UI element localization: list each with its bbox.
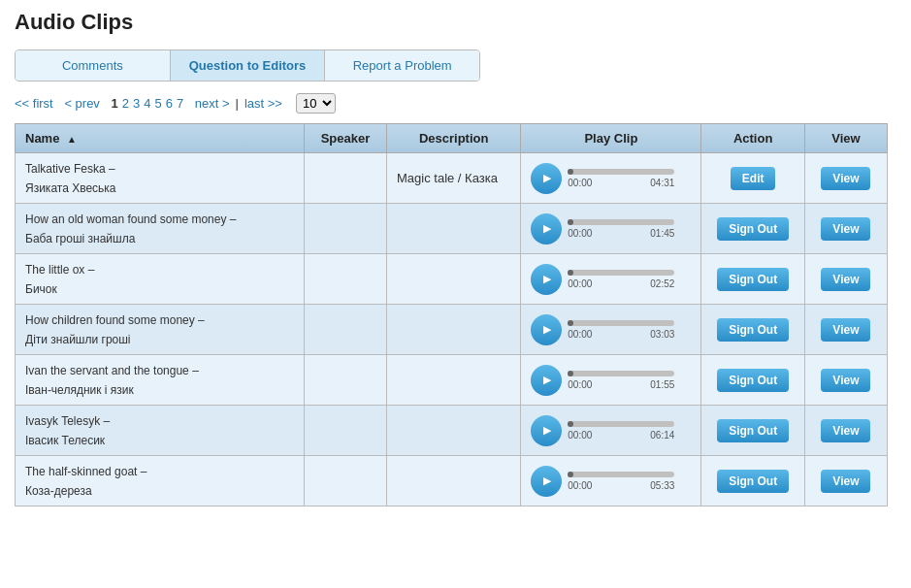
time-end-5: 06:14 [650,430,674,441]
time-start-1: 00:00 [568,228,592,239]
cell-player-4: 00:00 01:55 [521,355,701,406]
next-page-link[interactable]: next > [195,96,230,111]
table-row: Ivan the servant and the tongue – Іван-ч… [16,355,888,406]
progress-bar-4[interactable] [568,371,674,376]
play-button-0[interactable] [531,163,562,194]
cell-player-3: 00:00 03:03 [521,305,701,355]
time-end-0: 04:31 [650,178,674,188]
pagination: << first < prev 1 2 3 4 5 6 7 next > | l… [15,93,896,114]
cell-action-6: Sign Out [701,456,804,506]
progress-bar-0[interactable] [568,169,674,175]
cell-action-4: Sign Out [701,355,804,406]
current-page: 1 [112,96,118,111]
tab-question-to-editors[interactable]: Question to Editors [171,50,326,81]
page-4-link[interactable]: 4 [144,96,150,111]
cell-action-0: Edit [701,153,804,204]
view-button-0[interactable]: View [821,167,870,190]
col-play-clip: Play Clip [521,124,701,153]
cell-action-1: Sign Out [701,204,804,254]
cell-player-5: 00:00 06:14 [521,406,701,456]
time-start-3: 00:00 [568,329,592,340]
time-end-6: 05:33 [650,480,674,491]
page-7-link[interactable]: 7 [177,96,183,111]
view-button-5[interactable]: View [821,419,870,442]
cell-player-0: 00:00 04:31 [521,153,701,204]
view-button-3[interactable]: View [821,318,870,342]
cell-player-2: 00:00 02:52 [521,254,701,305]
view-button-2[interactable]: View [821,268,870,291]
col-name[interactable]: Name ▲ [16,124,305,153]
cell-description-6 [387,456,521,506]
progress-bar-5[interactable] [568,421,674,427]
cell-view-2: View [804,254,887,305]
action-button-0[interactable]: Edit [731,167,776,190]
page-5-link[interactable]: 5 [154,96,161,111]
time-end-3: 03:03 [650,329,674,340]
table-row: The little ox – Бичок 00:00 02:52 Si [16,254,888,305]
cell-speaker-4 [304,355,386,406]
progress-bar-2[interactable] [568,270,674,276]
cell-view-5: View [804,406,887,456]
page-title: Audio Clips [15,10,896,35]
cell-speaker-3 [304,305,386,355]
cell-speaker-6 [304,456,386,506]
play-button-5[interactable] [531,415,562,446]
cell-action-3: Sign Out [701,305,804,355]
cell-name-0: Talkative Feska – Язиката Хвеська [16,153,305,204]
play-button-1[interactable] [531,213,562,245]
time-end-4: 01:55 [650,379,674,390]
first-page-link[interactable]: << first [15,96,53,111]
progress-bar-6[interactable] [568,472,674,477]
tab-comments[interactable]: Comments [16,50,171,81]
table-row: The half-skinned goat – Коза-дереза 00:0… [16,456,888,506]
play-button-6[interactable] [531,466,562,497]
table-row: How an old woman found some money – Баба… [16,204,888,254]
action-button-3[interactable]: Sign Out [717,318,789,342]
progress-bar-1[interactable] [568,219,674,225]
cell-action-5: Sign Out [701,406,804,456]
time-start-6: 00:00 [568,480,592,491]
action-button-5[interactable]: Sign Out [717,419,789,442]
play-button-4[interactable] [531,365,562,396]
table-row: Ivasyk Telesyk – Івасик Телесик 00:00 06… [16,406,888,456]
cell-action-2: Sign Out [701,254,804,305]
per-page-selector: 10 25 50 [296,93,336,114]
cell-speaker-5 [304,406,386,456]
play-button-2[interactable] [531,264,562,295]
view-button-4[interactable]: View [821,369,870,392]
audio-clips-table: Name ▲ Speaker Description Play Clip Act… [15,123,888,506]
page-3-link[interactable]: 3 [133,96,140,111]
cell-speaker-2 [304,254,386,305]
time-start-5: 00:00 [568,430,592,441]
page-2-link[interactable]: 2 [122,96,129,111]
action-button-4[interactable]: Sign Out [717,369,789,392]
progress-bar-3[interactable] [568,320,674,326]
time-end-1: 01:45 [650,228,674,239]
view-button-6[interactable]: View [821,470,870,493]
table-row: How children found some money – Діти зна… [16,305,888,355]
col-view: View [804,124,887,153]
cell-view-1: View [804,204,887,254]
per-page-select[interactable]: 10 25 50 [296,93,336,114]
cell-name-4: Ivan the servant and the tongue – Іван-ч… [16,355,305,406]
view-button-1[interactable]: View [821,217,870,241]
time-end-2: 02:52 [650,278,674,289]
cell-description-4 [387,355,521,406]
play-button-3[interactable] [531,314,562,345]
action-button-6[interactable]: Sign Out [717,470,789,493]
action-button-2[interactable]: Sign Out [717,268,789,291]
prev-page-link[interactable]: < prev [64,96,100,111]
page-6-link[interactable]: 6 [166,96,173,111]
time-start-4: 00:00 [568,379,592,390]
tab-bar: Comments Question to Editors Report a Pr… [15,49,480,82]
cell-name-1: How an old woman found some money – Баба… [16,204,305,254]
cell-player-6: 00:00 05:33 [521,456,701,506]
cell-name-2: The little ox – Бичок [16,254,305,305]
time-start-0: 00:00 [568,178,592,188]
tab-report-a-problem[interactable]: Report a Problem [325,50,479,81]
col-description: Description [387,124,521,153]
table-row: Talkative Feska – Язиката Хвеська Magic … [16,153,888,204]
cell-description-2 [387,254,521,305]
last-page-link[interactable]: last >> [244,96,282,111]
action-button-1[interactable]: Sign Out [717,217,789,241]
